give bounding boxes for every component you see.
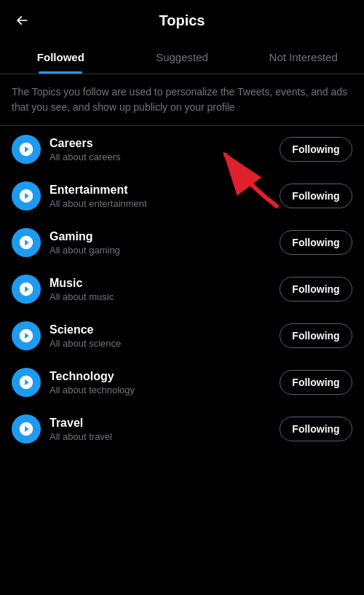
topic-icon-science <box>12 321 41 350</box>
topic-icon-travel <box>12 414 41 444</box>
topic-icon-music <box>12 275 41 304</box>
header: Topics <box>0 0 364 41</box>
topic-info-technology: Technology All about technology <box>50 370 271 395</box>
tab-followed[interactable]: Followed <box>0 41 122 74</box>
following-button-music[interactable]: Following <box>280 277 352 302</box>
page-container: Topics Followed Suggested Not Interested… <box>0 0 364 452</box>
following-button-careers[interactable]: Following <box>280 137 352 162</box>
following-button-science[interactable]: Following <box>280 323 352 348</box>
following-button-entertainment[interactable]: Following <box>280 184 352 208</box>
topic-name-entertainment: Entertainment <box>50 184 271 197</box>
following-button-technology[interactable]: Following <box>280 370 352 395</box>
topic-item-entertainment: Entertainment All about entertainment Fo… <box>0 173 364 219</box>
following-button-gaming[interactable]: Following <box>280 230 352 255</box>
topic-icon-technology <box>12 368 41 397</box>
topic-info-travel: Travel All about travel <box>50 417 271 442</box>
topic-info-careers: Careers All about careers <box>50 137 271 162</box>
description-text: The Topics you follow are used to person… <box>0 74 364 126</box>
topic-item-music: Music All about music Following <box>0 266 364 312</box>
topic-info-entertainment: Entertainment All about entertainment <box>50 184 271 209</box>
topic-info-gaming: Gaming All about gaming <box>50 230 271 256</box>
topic-name-gaming: Gaming <box>50 230 271 243</box>
topic-desc-entertainment: All about entertainment <box>50 198 271 209</box>
topic-desc-technology: All about technology <box>50 385 271 395</box>
topics-list: Careers All about careers Following Ente… <box>0 126 364 452</box>
topic-info-science: Science All about science <box>50 323 271 349</box>
topic-item-travel: Travel All about travel Following <box>0 406 364 452</box>
topic-item-careers: Careers All about careers Following <box>0 126 364 173</box>
topic-name-science: Science <box>50 323 271 336</box>
topic-item-gaming: Gaming All about gaming Following <box>0 219 364 266</box>
topic-item-science: Science All about science Following <box>0 312 364 359</box>
topic-desc-science: All about science <box>50 338 271 349</box>
topic-name-travel: Travel <box>50 417 271 430</box>
topic-desc-gaming: All about gaming <box>50 245 271 256</box>
topic-name-technology: Technology <box>50 370 271 383</box>
tab-suggested[interactable]: Suggested <box>122 41 243 74</box>
tabs-container: Followed Suggested Not Interested <box>0 41 364 74</box>
topic-icon-entertainment <box>12 181 41 210</box>
topic-item-technology: Technology All about technology Followin… <box>0 359 364 406</box>
topic-name-music: Music <box>50 277 271 290</box>
back-button[interactable] <box>12 10 32 31</box>
topic-desc-travel: All about travel <box>50 431 271 442</box>
topic-icon-gaming <box>12 228 41 257</box>
page-title: Topics <box>159 12 205 29</box>
topic-desc-careers: All about careers <box>50 151 271 162</box>
topic-name-careers: Careers <box>50 137 271 150</box>
topic-desc-music: All about music <box>50 291 271 302</box>
following-button-travel[interactable]: Following <box>280 417 352 441</box>
topics-container: Careers All about careers Following Ente… <box>0 126 364 452</box>
tab-not-interested[interactable]: Not Interested <box>242 41 364 74</box>
topic-info-music: Music All about music <box>50 277 271 302</box>
topic-icon-careers <box>12 135 41 164</box>
